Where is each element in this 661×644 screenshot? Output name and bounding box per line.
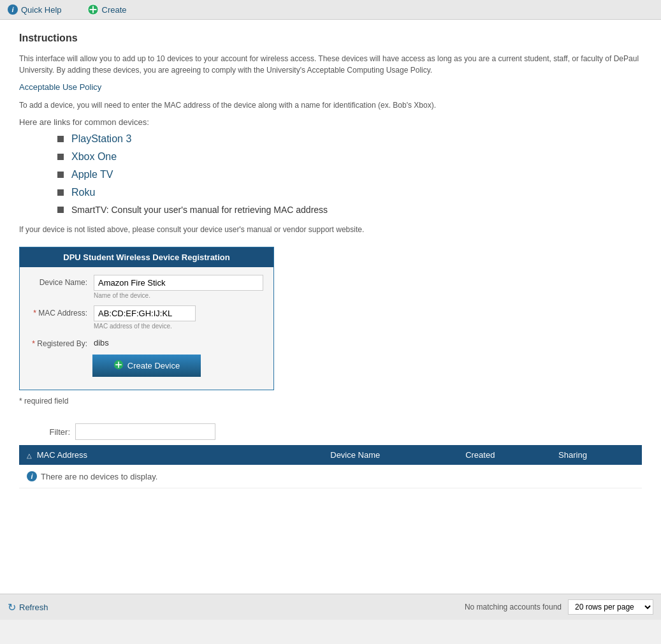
bullet-icon <box>57 207 64 213</box>
registered-by-row: Registered By: dibs <box>30 336 263 348</box>
filter-label: Filter: <box>19 427 70 437</box>
device-name-label: Device Name: <box>30 275 94 287</box>
table-header-row: △ MAC Address Device Name Created Sharin… <box>19 445 642 465</box>
quick-help-label: Quick Help <box>21 5 62 15</box>
no-devices-row: i There are no devices to display. <box>19 465 642 488</box>
col-device-name-label: Device Name <box>330 450 380 460</box>
col-mac-address-label: MAC Address <box>37 450 87 460</box>
mac-address-input-wrapper: MAC address of the device. <box>94 305 263 330</box>
device-name-input-wrapper: Name of the device. <box>94 275 263 299</box>
roku-link[interactable]: Roku <box>71 187 95 198</box>
refresh-button[interactable]: ↻ Refresh <box>8 601 48 613</box>
bullet-icon <box>57 136 64 142</box>
no-devices-cell: i There are no devices to display. <box>19 465 323 488</box>
col-created: Created <box>458 445 551 465</box>
list-item: SmartTV: Consult your user's manual for … <box>57 205 642 215</box>
col-created-label: Created <box>465 450 495 460</box>
create-button[interactable]: Create <box>87 4 127 15</box>
form-header: DPU Student Wireless Device Registration <box>20 247 273 267</box>
create-device-icon <box>113 360 124 372</box>
device-name-hint: Name of the device. <box>94 292 263 299</box>
registered-by-label: Registered By: <box>30 336 94 348</box>
intro-text: This interface will allow you to add up … <box>19 53 642 76</box>
consult-text: If your device is not listed above, plea… <box>19 225 642 234</box>
col-device-name: Device Name <box>323 445 458 465</box>
smarttv-text: SmartTV: Consult your user's manual for … <box>71 205 328 215</box>
create-device-button[interactable]: Create Device <box>92 355 201 377</box>
no-match-text: No matching accounts found <box>465 603 562 611</box>
playstation3-link[interactable]: PlayStation 3 <box>71 133 131 145</box>
device-name-input[interactable] <box>94 275 263 291</box>
appletv-link[interactable]: Apple TV <box>71 169 113 180</box>
col-sharing: Sharing <box>551 445 642 465</box>
info-icon: i <box>8 4 18 15</box>
create-button-wrapper: Create Device <box>30 355 263 377</box>
policy-link[interactable]: Acceptable Use Policy <box>19 82 101 92</box>
list-item: Apple TV <box>57 169 642 180</box>
bullet-icon <box>57 154 64 160</box>
svg-rect-5 <box>115 364 122 365</box>
links-intro: Here are links for common devices: <box>19 117 642 127</box>
registered-by-value: dibs <box>94 336 109 348</box>
no-devices-message: There are no devices to display. <box>41 472 157 481</box>
bottom-right: No matching accounts found 20 rows per p… <box>465 599 653 615</box>
bullet-icon <box>57 172 64 178</box>
create-device-label: Create Device <box>127 361 180 370</box>
top-bar: i Quick Help Create <box>0 0 661 20</box>
mac-note: To add a device, you will need to enter … <box>19 99 642 111</box>
refresh-icon: ↻ <box>8 601 16 613</box>
col-mac-address[interactable]: △ MAC Address <box>19 445 323 465</box>
quick-help-button[interactable]: i Quick Help <box>8 4 62 15</box>
required-note: * required field <box>19 397 642 406</box>
list-item: Xbox One <box>57 151 642 163</box>
form-body: Device Name: Name of the device. MAC Add… <box>20 267 273 390</box>
mac-address-hint: MAC address of the device. <box>94 323 263 330</box>
main-content: Instructions This interface will allow y… <box>0 20 661 594</box>
svg-rect-2 <box>89 9 96 10</box>
rows-per-page-select[interactable]: 20 rows per page 50 rows per page 100 ro… <box>568 599 653 615</box>
bottom-bar: ↻ Refresh No matching accounts found 20 … <box>0 594 661 620</box>
list-item: PlayStation 3 <box>57 133 642 145</box>
device-table: △ MAC Address Device Name Created Sharin… <box>19 445 642 488</box>
info-icon-table: i <box>27 471 37 481</box>
create-label: Create <box>102 5 127 15</box>
refresh-label: Refresh <box>19 603 48 612</box>
device-list: PlayStation 3 Xbox One Apple TV Roku Sma… <box>57 133 642 215</box>
mac-address-label: MAC Address: <box>30 305 94 318</box>
table-header: △ MAC Address Device Name Created Sharin… <box>19 445 642 465</box>
filter-bar: Filter: <box>19 418 642 445</box>
bullet-icon <box>57 189 64 196</box>
col-sharing-label: Sharing <box>558 450 587 460</box>
create-plus-icon <box>87 4 99 15</box>
xboxone-link[interactable]: Xbox One <box>71 151 117 163</box>
filter-input[interactable] <box>75 423 215 440</box>
instructions-title: Instructions <box>19 33 642 44</box>
list-item: Roku <box>57 187 642 198</box>
mac-address-row: MAC Address: MAC address of the device. <box>30 305 263 330</box>
sort-arrow-icon: △ <box>27 452 32 459</box>
registration-form: DPU Student Wireless Device Registration… <box>19 247 274 390</box>
table-body: i There are no devices to display. <box>19 465 642 488</box>
mac-address-input[interactable] <box>94 305 196 321</box>
device-name-row: Device Name: Name of the device. <box>30 275 263 299</box>
